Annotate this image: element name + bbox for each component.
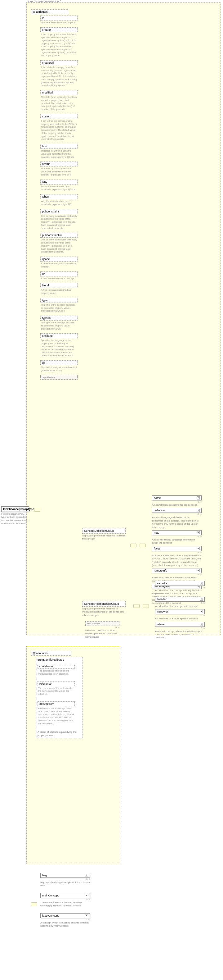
attr-desc: Why the metadata has been included - exp…: [40, 200, 77, 206]
quantify-attributes-group[interactable]: grp quantifyAttributes confidenceThe con…: [36, 657, 83, 738]
attributes-group-box[interactable]: attributes: [31, 9, 68, 14]
attr-desc: If the attribute is empty, specifies whi…: [40, 66, 77, 87]
expand-icon[interactable]: +: [85, 874, 88, 877]
sequence-icon: [130, 544, 136, 547]
expand-icon[interactable]: +: [197, 569, 200, 572]
element-desc: A group of existing concepts which expre…: [40, 881, 90, 888]
element-box[interactable]: facetConcept+: [40, 913, 90, 918]
expand-icon[interactable]: +: [200, 598, 203, 601]
attr-name[interactable]: why: [40, 180, 77, 185]
attr-desc: Why the metadata has been included - exp…: [40, 185, 77, 191]
element-mult: 0..∞: [155, 627, 205, 629]
concept-definition-group: ConceptDefinitionGroup A group of proper…: [82, 528, 126, 541]
attr-name[interactable]: pubconstraint: [40, 209, 77, 214]
expand-icon[interactable]: +: [85, 914, 88, 917]
attr-name[interactable]: whyuri: [40, 194, 77, 199]
expand-icon[interactable]: +: [85, 894, 88, 897]
attr-name[interactable]: creatoruri: [40, 60, 77, 65]
attr-name[interactable]: uri: [40, 272, 77, 277]
element-facet: facet+0..∞In NAR 1.8 and later, facet is…: [152, 546, 202, 567]
element-name: note: [154, 531, 160, 534]
element-mult: 0..∞: [152, 501, 202, 503]
element-desc: A related concept, where the relationshi…: [155, 630, 205, 640]
attr-how: howIndicates by which means the value wa…: [40, 144, 77, 158]
any-other-box[interactable]: any ##other: [85, 621, 119, 626]
element-box[interactable]: facet+: [152, 546, 202, 551]
crg-box[interactable]: ConceptRelationshipsGroup: [82, 601, 126, 607]
element-mult: 0..∞: [155, 614, 205, 617]
element-name: name+0..∞A natural language name for the…: [152, 495, 202, 507]
element-box[interactable]: remoteInfo+: [152, 568, 202, 573]
main-type-name: Flex1ConceptPropType: [3, 508, 34, 511]
attr-name[interactable]: pubconstrainturi: [40, 233, 77, 238]
attr-name[interactable]: custom: [40, 114, 77, 119]
element-box[interactable]: mainConcept+: [40, 893, 90, 898]
element-name: mainConcept: [42, 894, 59, 897]
element-desc: Additional natural language information …: [152, 538, 202, 545]
attr-name[interactable]: typeuri: [40, 316, 77, 321]
element-box[interactable]: narrower+: [155, 609, 205, 614]
attr-name[interactable]: qcode: [40, 256, 77, 261]
expand-icon[interactable]: +: [200, 582, 203, 585]
qa-attr-confidence: confidenceThe confidence with which the …: [38, 664, 75, 676]
element-desc: In NAR 1.8 and later, facet is deprecate…: [152, 554, 202, 567]
crg-children: sameAs+0..∞An identifier of a concept wi…: [155, 581, 205, 641]
attr-modified: modifiedThe date (and, optionally, the t…: [40, 90, 77, 111]
element-mainConcept: mainConcept+0..1The concept which is fac…: [40, 893, 90, 908]
element-note: note+0..∞Additional natural language inf…: [152, 530, 202, 545]
attr-any-other[interactable]: any ##other: [40, 375, 77, 380]
attr-name[interactable]: how: [40, 144, 77, 149]
attr-pubconstrainturi: pubconstrainturiOne or many constraints …: [40, 233, 77, 253]
sequence-icon: [34, 508, 40, 512]
attr-uri: uriA URI which identifies a concept.: [40, 272, 77, 280]
attr-desc: Indicates by which means the value was e…: [40, 150, 77, 158]
attr-name[interactable]: xml:lang: [40, 333, 77, 338]
any-other-mult: 0..∞: [85, 626, 119, 628]
attr-name[interactable]: id: [40, 16, 77, 21]
main-type-container: Flex1ConceptPropType Flexible generic PC…: [1, 506, 29, 525]
attr-name[interactable]: derivedfrom: [38, 702, 75, 706]
expand-icon[interactable]: +: [200, 623, 203, 626]
attr-name[interactable]: dir: [40, 360, 77, 365]
element-narrower: narrower+0..∞An identifier of a more spe…: [155, 609, 205, 620]
element-box[interactable]: broader+: [155, 597, 205, 602]
element-box[interactable]: related+: [155, 622, 205, 627]
element-desc: An identifier of a more specific concept…: [155, 617, 205, 620]
expand-icon[interactable]: +: [197, 531, 200, 534]
sequence-icon: [133, 604, 139, 608]
crg-desc: A group of properties required to indica…: [82, 607, 126, 617]
attr-desc: The relevance of the metadata to the new…: [38, 687, 75, 696]
element-box[interactable]: sameAs+: [155, 581, 205, 586]
element-box[interactable]: bag+: [40, 873, 90, 878]
expand-icon[interactable]: +: [197, 547, 200, 550]
attr-literal: literalA free-text value assigned as pro…: [40, 283, 77, 295]
element-mult: 0..∞: [152, 573, 202, 576]
attr-creator: creatorIf the property value is not defi…: [40, 27, 77, 57]
attr-name[interactable]: howuri: [40, 162, 77, 167]
attr-name[interactable]: type: [40, 298, 77, 303]
attr-name[interactable]: literal: [40, 283, 77, 288]
expand-icon[interactable]: +: [200, 610, 203, 613]
attr-name[interactable]: relevance: [38, 681, 75, 686]
choice-icon: [31, 902, 37, 906]
attributes-group-box-2[interactable]: attributes: [31, 651, 71, 656]
expand-icon[interactable]: +: [197, 496, 200, 500]
attr-why: whyWhy the metadata has been included - …: [40, 180, 77, 191]
qa-attr-derivedfrom: derivedfromA reference to the concept fr…: [38, 702, 75, 725]
attr-name[interactable]: modified: [40, 90, 77, 95]
choice-icon: [139, 544, 146, 547]
main-type-box[interactable]: Flex1ConceptPropType: [1, 506, 29, 512]
element-desc: An identifier of a more generic concept.: [155, 605, 205, 608]
attr-name[interactable]: confidence: [38, 664, 75, 669]
cdg-box[interactable]: ConceptDefinitionGroup: [82, 528, 126, 534]
cdg-desc: A group of properties required to define…: [82, 534, 126, 541]
element-mult: 0..∞: [152, 536, 202, 538]
element-box[interactable]: name+: [152, 495, 202, 500]
expand-icon[interactable]: +: [197, 509, 200, 512]
attr-desc: The directionality of textual content (e…: [40, 366, 77, 372]
element-box[interactable]: note+: [152, 530, 202, 535]
element-name: related: [157, 623, 166, 626]
attr-name[interactable]: creator: [40, 27, 77, 32]
element-box[interactable]: definition+: [152, 508, 202, 513]
qa-desc: A group of attributes quantifying the pr…: [38, 730, 81, 737]
